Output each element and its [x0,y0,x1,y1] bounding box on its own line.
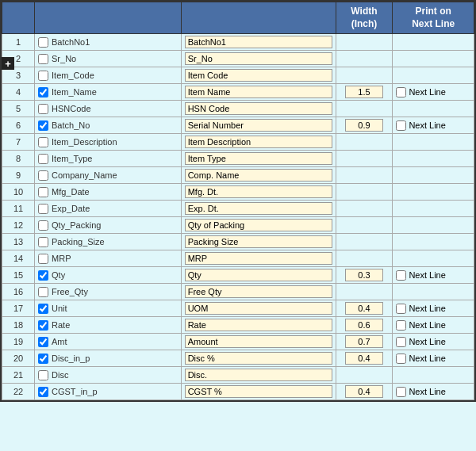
row-number: 18 [2,317,35,334]
set-name-input[interactable] [185,319,332,331]
choose-checkbox[interactable] [38,154,48,164]
print-checkbox[interactable] [396,120,406,131]
plus-button[interactable]: + [2,57,14,70]
width-input[interactable] [345,302,383,315]
print-cell [393,217,474,234]
header-choose [35,2,182,34]
print-checkbox[interactable] [396,87,406,97]
print-label: Next Line [409,337,445,346]
print-checkbox[interactable] [396,354,406,364]
set-name-input[interactable] [185,86,332,98]
width-input[interactable] [345,269,383,281]
set-name-cell [181,117,336,134]
choose-checkbox[interactable] [38,237,48,247]
choose-checkbox[interactable] [38,87,48,97]
set-name-input[interactable] [185,185,332,198]
set-name-input[interactable] [185,152,332,165]
print-cell [393,151,474,167]
print-checkbox[interactable] [396,337,406,347]
set-name-input[interactable] [185,252,332,265]
set-name-input[interactable] [185,269,332,281]
set-name-input[interactable] [185,352,332,365]
print-checkbox[interactable] [396,387,406,397]
width-cell [336,151,393,167]
width-input[interactable] [345,119,383,132]
print-checkbox[interactable] [396,270,406,281]
print-cell: Next Line [393,350,474,367]
width-input[interactable] [345,86,383,98]
choose-checkbox[interactable] [38,204,48,214]
choose-checkbox[interactable] [38,320,48,331]
set-name-cell [181,267,336,284]
choose-checkbox[interactable] [38,54,48,64]
row-number: 13 [2,234,35,250]
width-cell [336,267,393,284]
table-row: 8Item_Type [2,151,474,167]
set-name-input[interactable] [185,369,332,381]
width-input[interactable] [345,319,383,331]
choose-checkbox[interactable] [38,37,48,48]
set-name-input[interactable] [185,302,332,315]
choose-checkbox[interactable] [38,254,48,264]
set-name-cell [181,167,336,184]
table-row: 3Item_Code [2,67,474,84]
row-number: 10 [2,184,35,201]
choose-checkbox[interactable] [38,220,48,231]
set-name-input[interactable] [185,385,332,398]
choose-checkbox[interactable] [38,387,48,397]
choose-checkbox[interactable] [38,137,48,147]
row-number: 12 [2,217,35,234]
choose-label: CGST_in_p [52,387,97,396]
set-name-input[interactable] [185,136,332,148]
table-row: 19AmtNext Line [2,334,474,350]
set-name-input[interactable] [185,335,332,348]
set-name-input[interactable] [185,36,332,48]
set-name-input[interactable] [185,285,332,298]
width-cell [336,384,393,400]
set-name-input[interactable] [185,235,332,248]
set-name-input[interactable] [185,219,332,231]
choose-cell: Qty_Packing [35,217,182,234]
choose-checkbox[interactable] [38,71,48,81]
set-name-cell [181,234,336,250]
choose-checkbox[interactable] [38,337,48,347]
set-name-input[interactable] [185,202,332,215]
choose-cell: Rate [35,317,182,334]
set-name-input[interactable] [185,69,332,82]
choose-checkbox[interactable] [38,304,48,314]
print-checkbox[interactable] [396,320,406,331]
print-cell: Next Line [393,300,474,317]
row-number: 6 [2,117,35,134]
row-number: 1 [2,34,35,51]
choose-cell: Item_Name [35,84,182,101]
set-name-cell [181,367,336,384]
set-name-cell [181,34,336,51]
width-input[interactable] [345,335,383,348]
choose-checkbox[interactable] [38,270,48,281]
set-name-input[interactable] [185,119,332,132]
set-name-input[interactable] [185,169,332,182]
choose-checkbox[interactable] [38,120,48,131]
header-width: Width(Inch) [336,2,393,34]
choose-checkbox[interactable] [38,287,48,297]
choose-checkbox[interactable] [38,354,48,364]
choose-label: Qty_Packing [52,220,101,230]
print-checkbox[interactable] [396,304,406,314]
choose-label: MRP [52,254,71,263]
set-name-cell [181,250,336,267]
row-number: 20 [2,350,35,367]
width-input[interactable] [345,385,383,398]
width-input[interactable] [345,352,383,365]
row-number: 16 [2,284,35,300]
width-cell [336,67,393,84]
choose-checkbox[interactable] [38,104,48,114]
set-name-input[interactable] [185,52,332,65]
choose-checkbox[interactable] [38,170,48,181]
choose-checkbox[interactable] [38,370,48,380]
set-name-input[interactable] [185,102,332,115]
set-name-cell [181,284,336,300]
choose-checkbox[interactable] [38,187,48,197]
set-name-cell [181,334,336,350]
set-name-cell [181,384,336,400]
choose-label: Sr_No [52,54,76,63]
